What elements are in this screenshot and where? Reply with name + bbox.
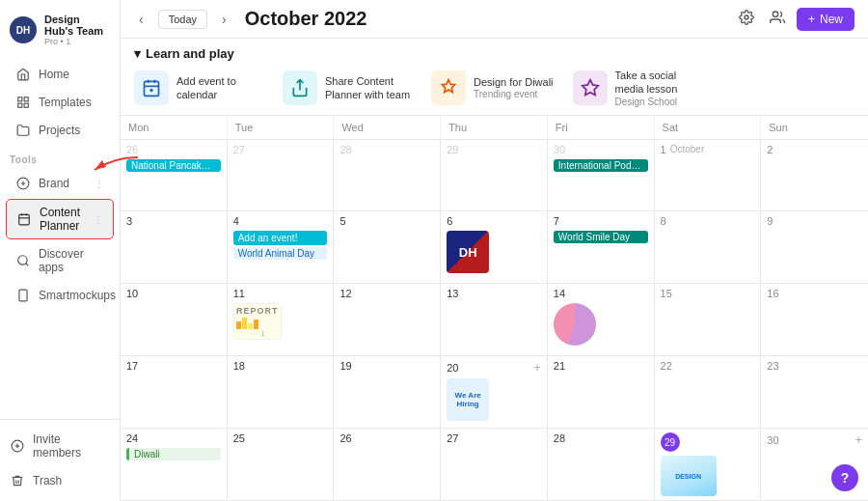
date-oct1: 1October bbox=[661, 144, 755, 155]
event-diwali[interactable]: Diwali bbox=[126, 448, 221, 460]
invite-members-button[interactable]: Invite members bbox=[0, 426, 120, 466]
date-oct26: 26 bbox=[339, 432, 434, 444]
circle-image-oct14[interactable] bbox=[554, 303, 596, 346]
date-oct21: 21 bbox=[554, 360, 648, 372]
cal-cell-oct10[interactable]: 10 bbox=[121, 284, 228, 356]
cal-cell-oct19[interactable]: 19 bbox=[334, 356, 441, 429]
plus-circle-icon bbox=[10, 438, 25, 454]
cal-cell-oct6[interactable]: 6 DH bbox=[441, 211, 548, 284]
cal-cell-oct7[interactable]: 7 World Smile Day bbox=[548, 211, 655, 284]
cal-cell-oct5[interactable]: 5 bbox=[334, 211, 441, 284]
cal-cell-oct11[interactable]: 11 REPORT · · · 1 bbox=[228, 284, 335, 356]
event-pancake-day[interactable]: National Pancake Day bbox=[126, 159, 221, 172]
main-content: ‹ Today › October 2022 + New ▾ Learn and… bbox=[121, 0, 868, 501]
cal-cell-oct15[interactable]: 15 bbox=[655, 284, 762, 356]
folder-icon bbox=[15, 123, 31, 138]
dh-image-oct6[interactable]: DH bbox=[447, 231, 489, 273]
cal-cell-sep26[interactable]: 26 National Pancake Day bbox=[121, 140, 228, 212]
cal-cell-oct14[interactable]: 14 bbox=[548, 284, 655, 356]
cal-cell-oct25[interactable]: 25 bbox=[228, 429, 335, 501]
people-button[interactable] bbox=[766, 6, 789, 32]
new-button[interactable]: + New bbox=[797, 8, 854, 31]
invite-members-label: Invite members bbox=[33, 432, 110, 459]
cal-cell-oct22[interactable]: 22 bbox=[655, 356, 762, 429]
calendar-header: Mon Tue Wed Thu Fri Sat Sun bbox=[121, 116, 868, 140]
date-oct20: 20+ bbox=[447, 360, 541, 375]
next-month-button[interactable]: › bbox=[217, 10, 231, 29]
date-oct9: 9 bbox=[767, 215, 862, 227]
cal-cell-sep27[interactable]: 27 bbox=[228, 140, 335, 212]
cal-cell-oct23[interactable]: 23 bbox=[761, 356, 868, 429]
sidebar: DH Design Hub's Team Pro • 1 Home Templa… bbox=[0, 0, 121, 501]
discover-icon bbox=[15, 253, 31, 268]
smartmockups-icon bbox=[15, 288, 31, 303]
day-header-sat: Sat bbox=[655, 116, 762, 139]
sidebar-item-templates[interactable]: Templates bbox=[6, 89, 114, 116]
cal-cell-sep30[interactable]: 30 International Podcast Day bbox=[548, 140, 655, 212]
cal-cell-oct3[interactable]: 3 bbox=[121, 211, 228, 284]
cal-cell-oct29[interactable]: 29 DESIGN bbox=[655, 429, 762, 501]
svg-rect-2 bbox=[18, 103, 22, 107]
sidebar-item-home[interactable]: Home bbox=[6, 61, 114, 88]
learn-items: Add event to calendar Share Content Plan… bbox=[134, 69, 854, 107]
sidebar-item-discover-apps[interactable]: Discover apps bbox=[6, 241, 114, 280]
date-oct4: 4 bbox=[233, 215, 328, 227]
event-add[interactable]: Add an event! bbox=[233, 231, 328, 245]
svg-rect-10 bbox=[19, 290, 27, 301]
cal-cell-oct2[interactable]: 2 bbox=[761, 140, 868, 212]
date-sep29: 29 bbox=[447, 144, 541, 155]
learn-item-lesson[interactable]: Take a social media lesson Design School bbox=[573, 69, 702, 107]
cal-cell-oct1[interactable]: 1October bbox=[655, 140, 762, 212]
cal-cell-oct27[interactable]: 27 bbox=[441, 429, 548, 501]
report-image-oct11[interactable]: REPORT · · · 1 bbox=[233, 303, 282, 340]
sidebar-item-brand-label: Brand bbox=[39, 177, 69, 190]
sidebar-item-home-label: Home bbox=[39, 68, 69, 81]
lesson-learn-icon bbox=[573, 70, 608, 105]
sidebar-header: DH Design Hub's Team Pro • 1 bbox=[0, 8, 120, 52]
learn-item-diwali[interactable]: Design for Diwali Trending event bbox=[431, 69, 554, 107]
cal-cell-oct24[interactable]: 24 Diwali bbox=[121, 429, 228, 501]
sidebar-item-brand[interactable]: Brand ⋮ bbox=[6, 170, 114, 197]
learn-item-diwali-text: Design for Diwali Trending event bbox=[474, 75, 554, 99]
event-animal-day[interactable]: World Animal Day bbox=[233, 247, 328, 260]
cal-cell-oct26[interactable]: 26 bbox=[334, 429, 441, 501]
sidebar-item-content-planner[interactable]: Content Planner ⋮ bbox=[6, 199, 114, 239]
add-event-oct30[interactable]: + bbox=[854, 432, 862, 447]
prev-month-button[interactable]: ‹ bbox=[134, 10, 149, 29]
cal-cell-oct4[interactable]: 4 Add an event! World Animal Day bbox=[228, 211, 335, 284]
learn-item-calendar[interactable]: Add event to calendar bbox=[134, 69, 263, 107]
sidebar-item-projects[interactable]: Projects bbox=[6, 117, 114, 144]
cal-cell-oct12[interactable]: 12 bbox=[334, 284, 441, 356]
hiring-image-oct20[interactable]: We AreHiring bbox=[447, 378, 489, 421]
learn-header[interactable]: ▾ Learn and play bbox=[134, 46, 854, 61]
date-oct8: 8 bbox=[661, 215, 755, 227]
cal-cell-oct28[interactable]: 28 bbox=[548, 429, 655, 501]
event-smile-day[interactable]: World Smile Day bbox=[554, 231, 648, 243]
sidebar-item-smartmockups[interactable]: Smartmockups bbox=[6, 282, 114, 309]
add-event-oct20[interactable]: + bbox=[533, 360, 541, 375]
date-sep30: 30 bbox=[554, 144, 648, 155]
cal-cell-oct20[interactable]: 20+ We AreHiring bbox=[441, 356, 548, 429]
cal-cell-oct30[interactable]: 30+ bbox=[761, 429, 868, 501]
date-oct6: 6 bbox=[447, 215, 541, 227]
team-info: Design Hub's Team Pro • 1 bbox=[44, 14, 110, 46]
cal-cell-oct9[interactable]: 9 bbox=[761, 211, 868, 284]
event-podcast-day[interactable]: International Podcast Day bbox=[554, 159, 648, 172]
cal-cell-oct13[interactable]: 13 bbox=[441, 284, 548, 356]
help-button[interactable]: ? bbox=[831, 464, 858, 491]
today-button[interactable]: Today bbox=[158, 10, 207, 29]
design-image-oct29[interactable]: DESIGN bbox=[661, 456, 717, 496]
date-oct22: 22 bbox=[661, 360, 755, 372]
learn-item-share[interactable]: Share Content Planner with team bbox=[283, 69, 412, 107]
cal-cell-sep29[interactable]: 29 bbox=[441, 140, 548, 212]
sidebar-item-trash[interactable]: Trash bbox=[0, 466, 120, 495]
settings-button[interactable] bbox=[735, 6, 758, 32]
learn-section: ▾ Learn and play Add event to calendar S… bbox=[121, 39, 868, 116]
cal-cell-sep28[interactable]: 28 bbox=[334, 140, 441, 212]
templates-icon bbox=[15, 95, 31, 110]
cal-cell-oct17[interactable]: 17 bbox=[121, 356, 228, 429]
cal-cell-oct8[interactable]: 8 bbox=[655, 211, 762, 284]
cal-cell-oct21[interactable]: 21 bbox=[548, 356, 655, 429]
cal-cell-oct16[interactable]: 16 bbox=[761, 284, 868, 356]
cal-cell-oct18[interactable]: 18 bbox=[228, 356, 335, 429]
